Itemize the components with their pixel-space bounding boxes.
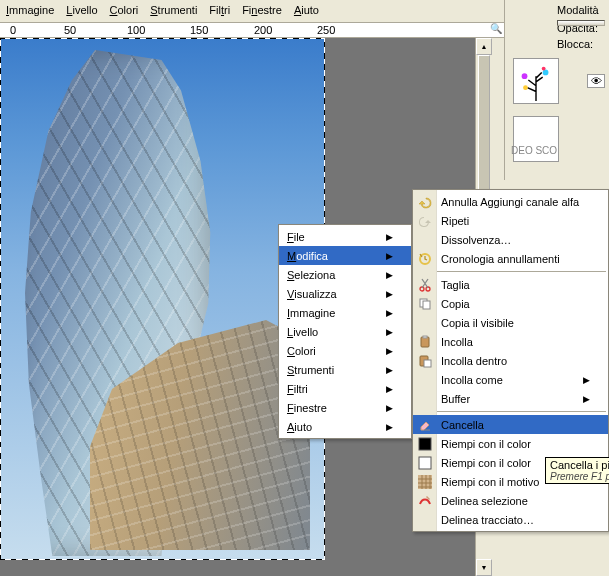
context-menu-main[interactable]: File▶Modifica▶Seleziona▶Visualizza▶Immag…	[278, 224, 412, 439]
menu-separator	[415, 271, 606, 272]
ctxitem-visualizza[interactable]: Visualizza▶	[279, 284, 411, 303]
visibility-eye-icon[interactable]: 👁	[587, 74, 605, 88]
layers-panel[interactable]: Modalità Opacità: Blocca: 👁 DEO SCO	[504, 0, 609, 180]
opacity-slider[interactable]	[557, 20, 605, 26]
paste-into-icon	[417, 353, 433, 369]
ctxitem-seleziona[interactable]: Seleziona▶	[279, 265, 411, 284]
menu-finestre[interactable]: Finestre	[242, 4, 282, 16]
ctxitem-colori[interactable]: Colori▶	[279, 341, 411, 360]
undo-icon	[417, 194, 433, 210]
ctxitem-copiav[interactable]: Copia il visibile	[413, 313, 608, 332]
ctxitem-livello[interactable]: Livello▶	[279, 322, 411, 341]
ctxitem-deltrac: Delinea tracciato…	[413, 510, 608, 529]
ctxitem-incollac[interactable]: Incolla come▶	[413, 370, 608, 389]
ctxitem-copia[interactable]: Copia	[413, 294, 608, 313]
ctxitem-taglia[interactable]: Taglia	[413, 275, 608, 294]
ctxitem-ripeti: Ripeti	[413, 211, 608, 230]
eraser-icon	[417, 417, 433, 433]
menu-separator	[415, 411, 606, 412]
svg-rect-15	[419, 457, 431, 469]
layer-thumb-1[interactable]	[513, 58, 559, 104]
ctxitem-riempifg[interactable]: Riempi con il color	[413, 434, 608, 453]
svg-rect-11	[423, 336, 427, 338]
ctxitem-finestre[interactable]: Finestre▶	[279, 398, 411, 417]
menu-immagine[interactable]: Immagine	[6, 4, 54, 16]
svg-point-4	[542, 67, 546, 71]
ctxitem-cron[interactable]: Cronologia annullamenti	[413, 249, 608, 268]
copy-icon	[417, 296, 433, 312]
ctxitem-modifica[interactable]: Modifica▶	[279, 246, 411, 265]
ruler-tick: 100	[127, 24, 145, 36]
image-content	[0, 38, 325, 560]
scroll-thumb[interactable]	[478, 55, 490, 205]
ctxitem-file[interactable]: File▶	[279, 227, 411, 246]
ctxitem-incolla[interactable]: Incolla	[413, 332, 608, 351]
svg-rect-9	[423, 301, 430, 309]
cut-icon	[417, 277, 433, 293]
sw-black-icon	[417, 436, 433, 452]
ctxitem-incollad[interactable]: Incolla dentro	[413, 351, 608, 370]
svg-point-3	[523, 85, 528, 90]
stroke-icon	[417, 493, 433, 509]
ctxitem-immagine[interactable]: Immagine▶	[279, 303, 411, 322]
menu-strumenti[interactable]: Strumenti	[150, 4, 197, 16]
ctxitem-cancella[interactable]: Cancella	[413, 415, 608, 434]
ctxitem-delsel[interactable]: Delinea selezione	[413, 491, 608, 510]
ruler-tick: 200	[254, 24, 272, 36]
video-label-fragment: DEO SCO	[511, 145, 557, 156]
paste-icon	[417, 334, 433, 350]
ctxitem-strumenti[interactable]: Strumenti▶	[279, 360, 411, 379]
ruler-tick: 50	[64, 24, 76, 36]
ruler-tick: 150	[190, 24, 208, 36]
ruler-tick: 250	[317, 24, 335, 36]
menu-colori[interactable]: Colori	[110, 4, 139, 16]
history-icon	[417, 251, 433, 267]
zoom-icon[interactable]: 🔍	[490, 23, 502, 34]
sw-white-icon	[417, 455, 433, 471]
ctxitem-aiuto[interactable]: Aiuto▶	[279, 417, 411, 436]
tooltip: Cancella i pi Premere F1 pe	[545, 457, 609, 484]
ruler-tick: 0	[10, 24, 16, 36]
panel-blocca-label: Blocca:	[557, 38, 593, 50]
menu-aiuto[interactable]: Aiuto	[294, 4, 319, 16]
ctxitem-undo[interactable]: Annulla Aggiungi canale alfa	[413, 192, 608, 211]
ctxitem-filtri[interactable]: Filtri▶	[279, 379, 411, 398]
ctxitem-dissolv: Dissolvenza…	[413, 230, 608, 249]
scroll-up-icon[interactable]: ▲	[476, 38, 492, 55]
menu-livello[interactable]: Livello	[66, 4, 97, 16]
tooltip-line2: Premere F1 pe	[550, 471, 609, 482]
ruler-horizontal: 0 50 100 150 200 250 🔍	[0, 22, 504, 38]
svg-rect-14	[419, 438, 431, 450]
ctxitem-buffer[interactable]: Buffer▶	[413, 389, 608, 408]
pattern-icon	[417, 474, 433, 490]
tooltip-line1: Cancella i pi	[550, 459, 609, 471]
panel-modalita-label: Modalità	[557, 4, 599, 16]
svg-rect-13	[424, 360, 431, 367]
svg-point-1	[522, 73, 528, 79]
redo-icon	[417, 213, 433, 229]
scroll-down-icon[interactable]: ▼	[476, 559, 492, 576]
menu-filtri[interactable]: Filtri	[209, 4, 230, 16]
